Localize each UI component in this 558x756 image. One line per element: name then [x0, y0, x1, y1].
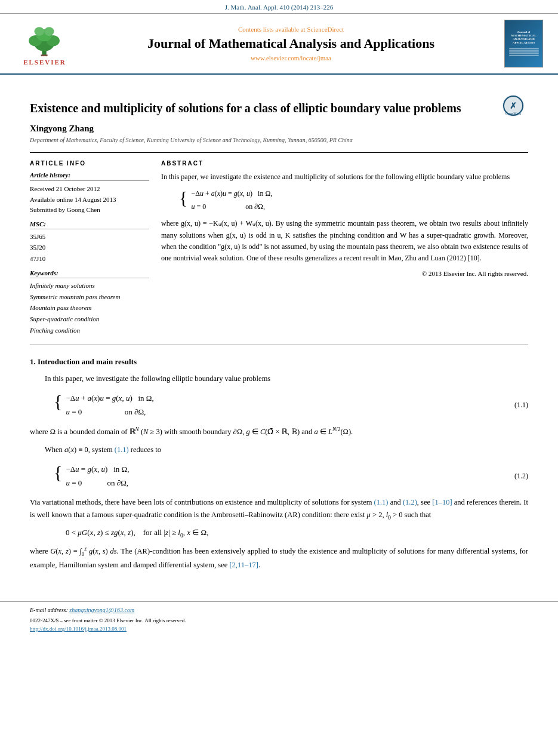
equation-1-1-block: { −Δu + a(x)u = g(x, u) in Ω, u = 0 on ∂…	[30, 391, 528, 419]
keyword-5: Pinching condition	[30, 325, 149, 336]
keyword-4: Super-quadratic condition	[30, 314, 149, 325]
cover-decorative-lines	[509, 47, 539, 57]
issn-line: 0022-247X/$ – see front matter © 2013 El…	[30, 616, 528, 625]
abstract-col: ABSTRACT In this paper, we investigate t…	[161, 160, 528, 336]
copyright: © 2013 Elsevier Inc. All rights reserved…	[161, 269, 528, 279]
body-para5: where G(x, z) = ∫0z g(x, s) ds. The (AR)…	[30, 545, 528, 571]
eq-line-2: u = 0 on ∂Ω,	[191, 201, 272, 214]
body-para3: When a(x) ≡ 0, system (1.1) reduces to	[30, 444, 528, 456]
eq-line-1: −Δu + a(x)u = g(x, u) in Ω,	[191, 188, 272, 201]
equation-1-2-block: { −Δu = g(x, u) in Ω, u = 0 on ∂Ω, (1.2)	[30, 462, 528, 490]
footer: E-mail address: zhangxingyong1@163.com 0…	[0, 601, 558, 640]
info-abstract-columns: ARTICLE INFO Article history: Received 2…	[30, 152, 528, 336]
msc-code-3: 47J10	[30, 253, 149, 265]
svg-point-6	[44, 27, 54, 36]
elsevier-tree-icon	[18, 21, 72, 57]
abstract-after-text: where g(x, u) = −Kᵤ(x, u) + Wᵤ(x, u). By…	[161, 219, 528, 262]
msc-label: MSC:	[30, 220, 149, 229]
crossmark-badge: ✗ CrossMark	[498, 94, 528, 120]
footnote-email: E-mail address: zhangxingyong1@163.com	[30, 607, 528, 613]
journal-header: ELSEVIER Contents lists available at Sci…	[0, 14, 558, 75]
abstract-equation: { −Δu + a(x)u = g(x, u) in Ω, u = 0 on ∂…	[179, 188, 528, 213]
section1-title: 1. Introduction and main results	[30, 357, 528, 367]
cover-image: Journal of MATHEMATICAL ANALYSIS AND APP…	[504, 20, 543, 67]
crossmark-icon: ✗ CrossMark	[501, 94, 525, 118]
eq11-brace-icon: {	[54, 391, 62, 411]
ar-condition-text: 0 < μG(x, z) ≤ zg(x, z), for all |z| ≥ l…	[66, 528, 209, 537]
msc-codes: 35J65 35J20 47J10	[30, 231, 149, 265]
received-date: Received 21 October 2012	[30, 184, 149, 195]
ref-11-inline[interactable]: (1.1)	[115, 445, 129, 454]
sciencedirect-name[interactable]: ScienceDirect	[307, 26, 344, 33]
eq12-lines: −Δu = g(x, u) in Ω, u = 0 on ∂Ω,	[66, 462, 129, 490]
svg-text:✗: ✗	[510, 102, 517, 110]
ref-12-link[interactable]: (1.2)	[403, 498, 417, 506]
elsevier-brand-text: ELSEVIER	[23, 59, 66, 66]
eq12-line2: u = 0 on ∂Ω,	[66, 476, 129, 490]
body-para2: where Ω is a bounded domain of ℝN (N ≥ 3…	[30, 425, 528, 438]
article-title: Existence and multiplicity of solutions …	[30, 100, 489, 116]
svg-rect-7	[41, 54, 48, 56]
svg-point-5	[34, 27, 44, 36]
title-section: Existence and multiplicity of solutions …	[30, 94, 528, 124]
msc-code-2: 35J20	[30, 242, 149, 253]
eq12-number: (1.2)	[514, 472, 528, 481]
contents-prefix: Contents lists available at	[238, 26, 306, 33]
email-label: E-mail address:	[30, 607, 68, 613]
email-link[interactable]: zhangxingyong1@163.com	[69, 607, 134, 613]
keyword-3: Mountain pass theorem	[30, 302, 149, 314]
cover-title-text: Journal of MATHEMATICAL ANALYSIS AND APP…	[507, 30, 541, 45]
journal-cover: Journal of MATHEMATICAL ANALYSIS AND APP…	[504, 20, 546, 67]
doi-line: http://dx.doi.org/10.1016/j.jmaa.2013.08…	[30, 625, 528, 633]
svg-text:CrossMark: CrossMark	[505, 112, 522, 115]
main-content: Existence and multiplicity of solutions …	[0, 75, 558, 589]
eq11-line1: −Δu + a(x)u = g(x, u) in Ω,	[66, 391, 153, 405]
equation-lines: −Δu + a(x)u = g(x, u) in Ω, u = 0 on ∂Ω,	[191, 188, 272, 213]
keyword-2: Symmetric mountain pass theorem	[30, 291, 149, 303]
body-para4: Via variational methods, there have been…	[30, 496, 528, 523]
section-divider	[30, 345, 528, 345]
keyword-1: Infinitely many solutions	[30, 280, 149, 291]
equation-1-2-content: { −Δu = g(x, u) in Ω, u = 0 on ∂Ω,	[54, 462, 129, 490]
elsevier-logo: ELSEVIER	[12, 21, 78, 66]
history-label: Article history:	[30, 171, 149, 181]
keywords-label: Keywords:	[30, 269, 149, 278]
footer-journal-info: 0022-247X/$ – see front matter © 2013 El…	[30, 616, 528, 634]
journal-url[interactable]: www.elsevier.com/locate/jmaa	[84, 54, 498, 62]
body-para1: In this paper, we investigate the follow…	[30, 373, 528, 385]
ar-condition-block: 0 < μG(x, z) ≤ zg(x, z), for all |z| ≥ l…	[66, 528, 528, 539]
affiliation: Department of Mathematics, Faculty of Sc…	[30, 137, 528, 143]
journal-main-title: Journal of Mathematical Analysis and App…	[84, 35, 498, 53]
keywords-list: Infinitely many solutions Symmetric moun…	[30, 280, 149, 336]
eq12-line1: −Δu = g(x, u) in Ω,	[66, 462, 129, 476]
sciencedirect-link: Contents lists available at ScienceDirec…	[84, 26, 498, 33]
submitted-by: Submitted by Goong Chen	[30, 205, 149, 216]
doi-link[interactable]: http://dx.doi.org/10.1016/j.jmaa.2013.08…	[30, 626, 127, 632]
article-info-label: ARTICLE INFO	[30, 160, 149, 167]
ref-2-11-17[interactable]: [2,11–17]	[229, 561, 258, 569]
abstract-text: In this paper, we investigate the existe…	[161, 171, 528, 279]
available-online: Available online 14 August 2013	[30, 195, 149, 205]
page: J. Math. Anal. Appl. 410 (2014) 213–226 …	[0, 0, 558, 756]
citation-text: J. Math. Anal. Appl. 410 (2014) 213–226	[225, 4, 334, 11]
journal-title-block: Contents lists available at ScienceDirec…	[78, 26, 504, 62]
msc-code-1: 35J65	[30, 231, 149, 242]
ref-1-10[interactable]: [1–10]	[432, 498, 452, 506]
citation-bar: J. Math. Anal. Appl. 410 (2014) 213–226	[0, 0, 558, 14]
abstract-intro: In this paper, we investigate the existe…	[161, 173, 510, 181]
author-name: Xingyong Zhang	[30, 124, 528, 134]
eq11-line2: u = 0 on ∂Ω,	[66, 405, 153, 419]
abstract-label: ABSTRACT	[161, 160, 528, 167]
eq11-lines: −Δu + a(x)u = g(x, u) in Ω, u = 0 on ∂Ω,	[66, 391, 153, 419]
brace-left-icon: {	[179, 188, 187, 207]
eq12-brace-icon: {	[54, 462, 62, 482]
eq11-number: (1.1)	[514, 401, 528, 410]
equation-1-1-content: { −Δu + a(x)u = g(x, u) in Ω, u = 0 on ∂…	[54, 391, 154, 419]
ref-11-link[interactable]: (1.1)	[374, 498, 389, 506]
article-info-col: ARTICLE INFO Article history: Received 2…	[30, 160, 149, 336]
